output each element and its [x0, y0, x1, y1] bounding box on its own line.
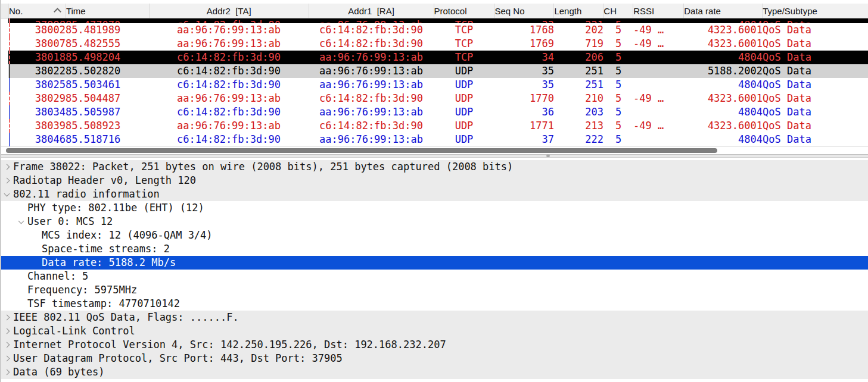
detail-row[interactable]: Logical-Link Control [1, 324, 868, 338]
cell-addr1: aa:96:76:99:13:ab [309, 51, 434, 64]
detail-row-text: User Datagram Protocol, Src Port: 443, D… [13, 352, 343, 365]
detail-row-text: Space-time streams: 2 [42, 242, 170, 256]
chevron-down-icon[interactable] [18, 218, 24, 224]
cell-seq: 1771 [494, 119, 554, 133]
cell-no: 38007 [8, 37, 66, 51]
horizontal-scrollbar-thumb[interactable] [6, 148, 717, 153]
detail-row[interactable]: User 0: MCS 12 [1, 215, 868, 228]
detail-row[interactable]: Frame 38022: Packet, 251 bytes on wire (… [1, 160, 868, 174]
column-header-rssi[interactable]: RSSI [633, 4, 684, 18]
cell-length: 251 [554, 78, 603, 92]
packet-list-header: No.TimeAddr2 [TA]Addr1 [RA]ProtocolSeq N… [1, 4, 868, 18]
cell-ch: 5 [603, 37, 633, 51]
related-packet-gutter [1, 23, 8, 37]
column-header-rate[interactable]: Data rate [684, 4, 763, 18]
cell-addr2: aa:96:76:99:13:ab [149, 23, 309, 37]
pane-splitter[interactable] [1, 154, 868, 158]
cell-rssi [633, 78, 684, 92]
packet-row[interactable]: 3803485.505987c6:14:82:fb:3d:90aa:96:76:… [1, 105, 868, 119]
related-packet-gutter [1, 105, 8, 119]
detail-row[interactable]: 802.11 radio information [1, 187, 868, 201]
cell-rssi [633, 18, 684, 23]
related-packet-gutter [1, 64, 8, 78]
chevron-right-icon[interactable] [4, 178, 10, 184]
related-packet-gutter [1, 119, 8, 133]
cell-rate: 4323.6001 [684, 23, 763, 37]
cell-rssi [633, 51, 684, 64]
packet-row[interactable]: 3803985.508923aa:96:76:99:13:abc6:14:82:… [1, 119, 868, 133]
packet-row[interactable]: 3802585.503461c6:14:82:fb:3d:90aa:96:76:… [1, 78, 868, 92]
cell-protocol: TCP [434, 51, 494, 64]
detail-row-text: Radiotap Header v0, Length 120 [13, 174, 196, 187]
cell-rssi: -49 … [633, 37, 684, 51]
related-packet-gutter [1, 92, 8, 105]
cell-no: 38022 [8, 64, 66, 78]
chevron-right-icon[interactable] [4, 164, 10, 170]
packet-row[interactable]: 3801885.498204c6:14:82:fb:3d:90aa:96:76:… [1, 51, 868, 64]
related-packet-indicator-line [9, 18, 10, 23]
packet-row-cells: 3800785.482555aa:96:76:99:13:abc6:14:82:… [8, 37, 868, 51]
packet-row-cells: 3801885.498204c6:14:82:fb:3d:90aa:96:76:… [8, 51, 868, 64]
detail-row[interactable]: PHY type: 802.11be (EHT) (12) [1, 201, 868, 215]
related-packet-indicator-line [9, 92, 10, 105]
detail-row[interactable]: Space-time streams: 2 [1, 242, 868, 256]
cell-addr2: c6:14:82:fb:3d:90 [149, 78, 309, 92]
chevron-right-icon[interactable] [4, 328, 10, 334]
detail-row-text: Logical-Link Control [13, 324, 135, 338]
column-header-type[interactable]: Type/Subtype [763, 4, 868, 18]
cell-addr2: aa:96:76:99:13:ab [149, 92, 309, 105]
column-header-addr2[interactable]: Addr2 [TA] [150, 4, 309, 18]
column-header-length[interactable]: Length [554, 4, 603, 18]
detail-row[interactable]: Radiotap Header v0, Length 120 [1, 174, 868, 187]
cell-addr1: c6:14:82:fb:3d:90 [309, 23, 434, 37]
column-header-time[interactable]: Time [66, 4, 150, 18]
packet-row-cells: 3800285.481989aa:96:76:99:13:abc6:14:82:… [8, 23, 868, 37]
related-packet-gutter [1, 18, 8, 23]
cell-no: 38025 [8, 78, 66, 92]
cell-no: 38034 [8, 105, 66, 119]
packet-row[interactable]: 3800785.482555aa:96:76:99:13:abc6:14:82:… [1, 37, 868, 51]
related-packet-indicator-line [9, 23, 10, 37]
detail-row-text: Internet Protocol Version 4, Src: 142.25… [13, 338, 446, 352]
cell-length: 210 [554, 92, 603, 105]
detail-row[interactable]: Channel: 5 [1, 270, 868, 283]
column-header-ch[interactable]: CH [603, 4, 633, 18]
detail-row[interactable]: MCS index: 12 (4096-QAM 3/4) [1, 228, 868, 242]
detail-row[interactable]: Internet Protocol Version 4, Src: 142.25… [1, 338, 868, 352]
column-header-label: No. [9, 6, 23, 16]
related-packet-indicator-line [9, 51, 10, 64]
chevron-right-icon[interactable] [4, 342, 10, 348]
detail-row[interactable]: Data rate: 5188.2 Mb/s [1, 256, 868, 270]
sort-ascending-icon [54, 8, 61, 15]
column-header-no[interactable]: No. [9, 4, 66, 18]
chevron-right-icon[interactable] [4, 356, 10, 362]
related-packet-indicator-line [9, 64, 10, 78]
horizontal-scrollbar[interactable] [1, 146, 868, 154]
detail-row[interactable]: IEEE 802.11 QoS Data, Flags: ......F. [1, 311, 868, 324]
detail-row[interactable]: User Datagram Protocol, Src Port: 443, D… [1, 352, 868, 365]
wireshark-window: No.TimeAddr2 [TA]Addr1 [RA]ProtocolSeq N… [0, 0, 868, 382]
packet-row[interactable]: 3802285.502820c6:14:82:fb:3d:90aa:96:76:… [1, 64, 868, 78]
column-header-label: Time [66, 6, 86, 16]
cell-no: 38046 [8, 133, 66, 146]
detail-row[interactable]: TSF timestamp: 4770710142 [1, 297, 868, 311]
packet-row[interactable]: 3804685.518716c6:14:82:fb:3d:90aa:96:76:… [1, 133, 868, 146]
chevron-right-icon[interactable] [4, 315, 10, 321]
cell-time: 85.502820 [66, 64, 149, 78]
packet-row[interactable]: 3800285.481989aa:96:76:99:13:abc6:14:82:… [1, 23, 868, 37]
packet-row[interactable]: 3802985.504487aa:96:76:99:13:abc6:14:82:… [1, 92, 868, 105]
related-packet-indicator-line [9, 133, 10, 146]
chevron-down-icon[interactable] [4, 191, 10, 197]
column-header-addr1[interactable]: Addr1 [RA] [309, 4, 434, 18]
column-header-protocol[interactable]: Protocol [434, 4, 495, 18]
column-header-seq[interactable]: Seq No [494, 4, 554, 18]
detail-row[interactable]: Data (69 bytes) [1, 365, 868, 379]
detail-row[interactable]: Frequency: 5975MHz [1, 283, 868, 297]
chevron-right-icon[interactable] [4, 370, 10, 375]
cell-type: QoS Data [763, 64, 868, 78]
cell-addr2: c6:14:82:fb:3d:90 [149, 51, 309, 64]
cell-addr2: c6:14:82:fb:3d:90 [149, 18, 309, 23]
cell-addr2: aa:96:76:99:13:ab [149, 37, 309, 51]
packet-row[interactable]: 3799885.477070c6:14:82:fb:3d:90aa:96:76:… [1, 18, 868, 23]
cell-length: 203 [554, 105, 603, 119]
